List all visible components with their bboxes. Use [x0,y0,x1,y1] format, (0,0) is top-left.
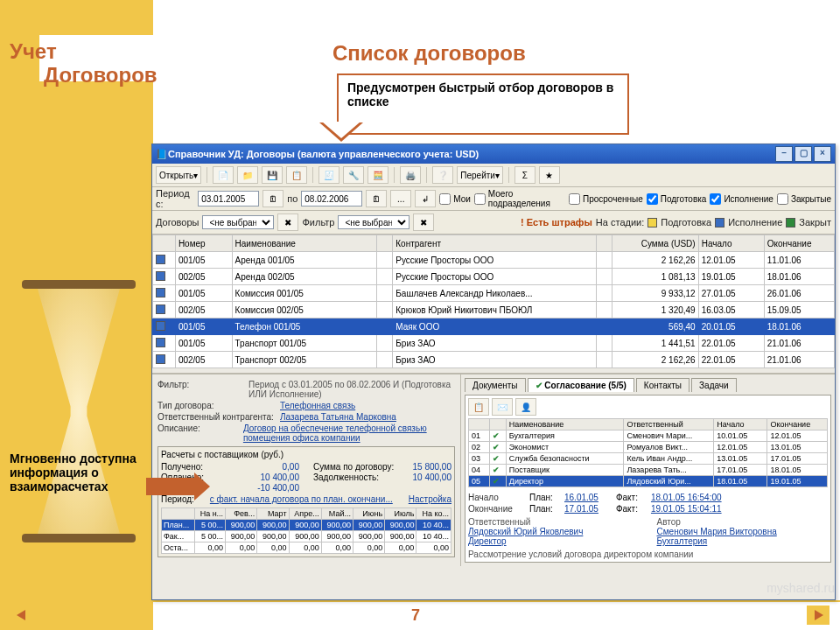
col-start[interactable]: Начало [698,235,764,252]
period-from-input[interactable] [198,191,259,206]
close-button[interactable]: × [814,146,831,162]
stage-label: На стадии: [596,217,644,228]
slide-title: Список договоров [332,41,526,66]
filter-overdue[interactable]: Просроченные [569,193,643,205]
appr-icon-2[interactable]: ✉️ [492,398,513,416]
filter-prep[interactable]: Подготовка [647,193,707,205]
months-table[interactable]: На н...Фев...МартАпре...Май...ИюньИюльНа… [161,508,452,554]
months-row[interactable]: Фак...5 00...900,00900,00900,00900,00900… [162,531,452,542]
detail-org-link[interactable]: Директор [468,536,640,546]
col-number[interactable]: Номер [175,235,232,252]
table-row[interactable]: 001/05Аренда 001/05Русские Просторы ООО2… [153,252,835,269]
contracts-table[interactable]: Номер Наименование Контрагент Сумма (USD… [152,234,835,368]
page-number: 7 [411,606,420,625]
table-row[interactable]: 001/05Транспорт 001/05Бриз ЗАО1 441,5122… [153,335,835,352]
detail-org2-link[interactable]: Бухгалтерия [657,536,829,546]
brand-line2: Договоров [44,63,158,88]
prev-slide-button[interactable] [10,606,33,625]
period-to-label: по [287,193,298,204]
square-prep-icon [648,218,657,228]
filter-summary: Период с 03.01.2005 по 08.02.2006 И (Под… [248,380,455,399]
calc-title: Расчеты с поставщиком (руб.) [161,450,452,459]
tab-contacts[interactable]: Контакты [636,378,690,392]
titlebar[interactable]: 📘 Справочник УД: Договоры (валюта управл… [152,144,835,164]
table-row[interactable]: 001/05Комиссия 001/05Башлачев Александр … [153,285,835,302]
contracts-select[interactable]: <не выбран> [202,215,274,229]
period-to-input[interactable] [301,191,362,206]
maximize-button[interactable]: ▢ [794,146,812,162]
filter-clear-icon[interactable]: ✖ [413,214,434,231]
approval-table[interactable]: Наименование Ответственный Начало Оконча… [468,418,828,487]
date-from-picker[interactable]: 🗓 [262,190,284,207]
approval-row[interactable]: 03✔Служба безопасностиКель Иван Андр...1… [469,453,828,465]
tool-icon-2[interactable]: 🔧 [343,166,364,184]
tab-docs[interactable]: Документы [465,378,526,392]
contracts-clear-icon[interactable]: ✖ [277,214,298,231]
detail-author-link[interactable]: Сменович Мария Викторовна [657,527,829,536]
appr-icon-3[interactable]: 👤 [515,398,536,416]
period-apply-icon[interactable]: ↲ [415,190,436,207]
period-ellipsis[interactable]: ... [390,190,411,207]
arrow-to-calc [146,478,194,495]
help-icon[interactable]: ❔ [432,166,453,184]
approval-row[interactable]: 05✔ДиректорЛядовский Юри...18.01.0519.01… [469,476,828,487]
approval-row[interactable]: 01✔БухгалтерияСменович Мари...10.01.0512… [469,430,828,442]
col-end[interactable]: Окончание [764,235,834,252]
print-icon[interactable]: 🖨️ [400,166,421,184]
table-row[interactable]: 002/05Аренда 002/05Русские Просторы ООО1… [153,269,835,285]
watermark: myshared.ru [766,581,835,595]
tool-icon-3[interactable]: 🧮 [368,166,388,184]
star-icon[interactable]: ★ [539,166,560,184]
approval-row[interactable]: 02✔ЭкономистРомуалов Викт...12.01.0513.0… [469,442,828,453]
square-exec-icon [715,218,724,228]
square-closed-icon [786,218,795,228]
date-to-picker[interactable]: 🗓 [366,190,387,207]
tab-tasks[interactable]: Задачи [691,378,737,392]
filter-exec[interactable]: Исполнение [710,193,774,205]
approval-row[interactable]: 04✔ПоставщикЛазарева Тать...17.01.0518.0… [469,465,828,476]
doc-icon[interactable]: 📄 [213,166,234,184]
goto-button[interactable]: Перейти ▾ [457,166,503,184]
description-link[interactable]: Договор на обеспечение телефонной связью… [243,424,455,443]
table-row[interactable]: 001/05Телефон 001/05Маяк ООО569,4020.01.… [153,318,835,335]
tab-approval[interactable]: ✔ Согласование (5/5) [528,378,634,392]
calc-period-link[interactable]: с факт. начала договора по план. окончан… [210,494,393,504]
hourglass-deco [9,280,149,542]
copy-icon[interactable]: 📋 [286,166,307,184]
responsible-link[interactable]: Лазарева Татьяна Марковна [280,412,396,422]
app-icon: 📘 [156,149,168,160]
open-button[interactable]: Открыть ▾ [156,166,201,184]
contract-type-link[interactable]: Телефонная связь [280,401,355,410]
col-name[interactable]: Наименование [232,235,377,252]
save-icon[interactable]: 💾 [262,166,283,184]
toolbar-period: Период с: 🗓 по 🗓 ... ↲ Мои Моего подразд… [152,187,835,211]
filter-mine[interactable]: Мои [439,193,471,205]
next-slide-button[interactable] [807,606,830,625]
right-tabs: Документы ✔ Согласование (5/5) Контакты … [465,378,831,392]
table-row[interactable]: 002/05Транспорт 002/05Бриз ЗАО2 162,2622… [153,352,835,368]
months-row[interactable]: Оста...0,000,000,000,000,000,000,000,00 [162,542,452,554]
filter-closed[interactable]: Закрытые [777,193,831,205]
contracts-label: Договоры [156,217,199,228]
footer-divider [153,600,840,602]
filter-label: Фильтр [302,217,334,228]
col-cparty[interactable]: Контрагент [393,235,597,252]
detail-panel-right: Документы ✔ Согласование (5/5) Контакты … [461,374,835,566]
months-row[interactable]: План...5 00...900,00900,00900,00900,0090… [162,520,452,531]
folder-icon[interactable]: 📁 [237,166,258,184]
period-from-label: Период с: [156,188,194,209]
minimize-button[interactable]: – [775,146,793,162]
toolbar-filter2: Договоры <не выбран> ✖ Фильтр <не выбран… [152,211,835,234]
filter-dept[interactable]: Моего подразделения [474,189,565,208]
detail-panel-left: Фильтр: Период с 03.01.2005 по 08.02.200… [152,374,461,566]
approval-note: Рассмотрение условий договора директором… [468,550,828,559]
detail-resp-link[interactable]: Лядовский Юрий Яковлевич [468,527,640,536]
calc-settings-link[interactable]: Настройка [409,494,452,504]
filter-select[interactable]: <не выбран> [338,215,410,229]
sigma-icon[interactable]: Σ [514,166,536,184]
table-row[interactable]: 002/05Комиссия 002/05Крюков Юрий Никитов… [153,302,835,318]
app-window: 📘 Справочник УД: Договоры (валюта управл… [151,144,836,600]
tool-icon-1[interactable]: 🧾 [318,166,340,184]
col-sum[interactable]: Сумма (USD) [612,235,698,252]
appr-icon-1[interactable]: 📋 [468,398,489,416]
